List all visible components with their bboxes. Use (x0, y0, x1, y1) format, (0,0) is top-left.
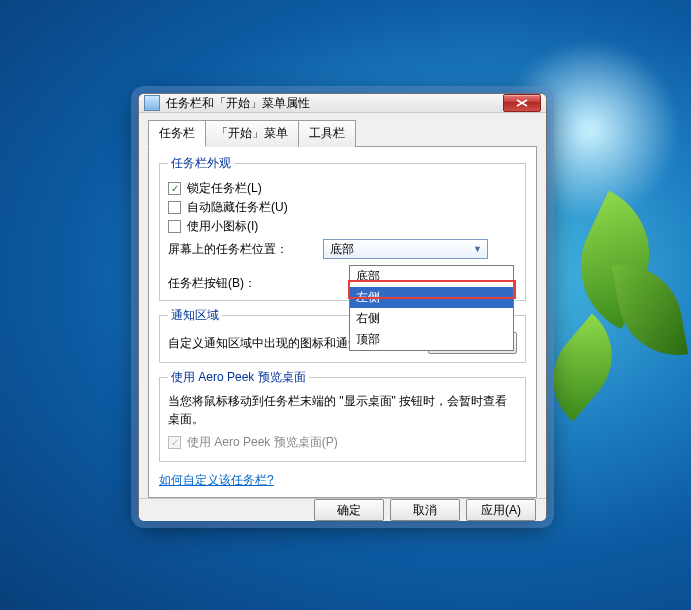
autohide-label: 自动隐藏任务栏(U) (187, 199, 288, 216)
position-dropdown: 底部 左侧 右侧 顶部 (349, 265, 514, 351)
tab-start-menu[interactable]: 「开始」菜单 (205, 120, 299, 147)
position-value: 底部 (330, 241, 354, 258)
position-combobox[interactable]: 底部 ▼ (323, 239, 488, 259)
aero-peek-label: 使用 Aero Peek 预览桌面(P) (187, 434, 338, 451)
aero-legend: 使用 Aero Peek 预览桌面 (168, 369, 309, 386)
notification-legend: 通知区域 (168, 307, 222, 324)
position-option-left[interactable]: 左侧 (350, 287, 513, 308)
position-label: 屏幕上的任务栏位置： (168, 241, 323, 258)
position-option-right[interactable]: 右侧 (350, 308, 513, 329)
aero-peek-checkbox (168, 436, 181, 449)
taskbar-appearance-group: 任务栏外观 锁定任务栏(L) 自动隐藏任务栏(U) 使用小图标(I) 屏幕上的任… (159, 155, 526, 301)
tab-strip: 任务栏 「开始」菜单 工具栏 (148, 119, 537, 146)
window-icon (144, 95, 160, 111)
aero-desc: 当您将鼠标移动到任务栏末端的 "显示桌面" 按钮时，会暂时查看桌面。 (168, 392, 517, 428)
small-icons-checkbox[interactable] (168, 220, 181, 233)
help-link[interactable]: 如何自定义该任务栏? (159, 472, 526, 489)
appearance-legend: 任务栏外观 (168, 155, 234, 172)
taskbar-properties-window: 任务栏和「开始」菜单属性 任务栏 「开始」菜单 工具栏 任务栏外观 锁定任务栏(… (138, 93, 547, 521)
titlebar[interactable]: 任务栏和「开始」菜单属性 (139, 94, 546, 113)
tab-toolbars[interactable]: 工具栏 (298, 120, 356, 147)
close-button[interactable] (503, 94, 541, 112)
autohide-checkbox[interactable] (168, 201, 181, 214)
position-option-top[interactable]: 顶部 (350, 329, 513, 350)
chevron-down-icon: ▼ (470, 242, 485, 257)
small-icons-label: 使用小图标(I) (187, 218, 258, 235)
lock-taskbar-label: 锁定任务栏(L) (187, 180, 262, 197)
dialog-footer: 确定 取消 应用(A) (139, 498, 546, 521)
tab-taskbar[interactable]: 任务栏 (148, 120, 206, 147)
apply-button[interactable]: 应用(A) (466, 499, 536, 521)
cancel-button[interactable]: 取消 (390, 499, 460, 521)
tab-panel: 任务栏外观 锁定任务栏(L) 自动隐藏任务栏(U) 使用小图标(I) 屏幕上的任… (148, 146, 537, 498)
position-option-bottom[interactable]: 底部 (350, 266, 513, 287)
buttons-label: 任务栏按钮(B)： (168, 275, 323, 292)
lock-taskbar-checkbox[interactable] (168, 182, 181, 195)
ok-button[interactable]: 确定 (314, 499, 384, 521)
notification-desc: 自定义通知区域中出现的图标和通知。 (168, 335, 372, 352)
window-title: 任务栏和「开始」菜单属性 (166, 95, 503, 112)
aero-peek-group: 使用 Aero Peek 预览桌面 当您将鼠标移动到任务栏末端的 "显示桌面" … (159, 369, 526, 462)
